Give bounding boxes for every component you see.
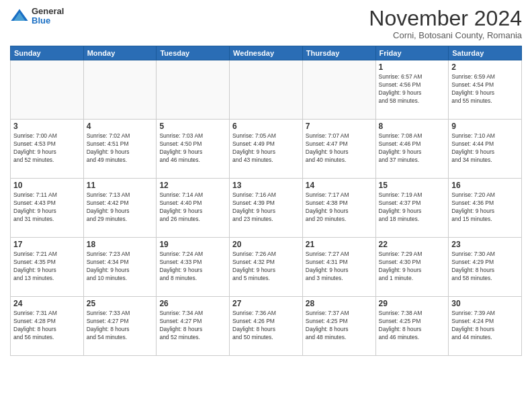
logo-blue-text: Blue [32, 16, 64, 26]
logo-icon [10, 7, 29, 26]
day-info: Sunrise: 7:33 AM Sunset: 4:27 PM Dayligh… [87, 310, 154, 342]
month-title: November 2024 [369, 7, 522, 30]
calendar-day-cell: 15Sunrise: 7:19 AM Sunset: 4:37 PM Dayli… [375, 179, 449, 238]
calendar-day-cell [230, 60, 303, 120]
day-info: Sunrise: 7:29 AM Sunset: 4:30 PM Dayligh… [379, 250, 446, 283]
day-info: Sunrise: 7:11 AM Sunset: 4:43 PM Dayligh… [13, 191, 81, 224]
day-number: 23 [451, 240, 519, 249]
calendar-week-row: 10Sunrise: 7:11 AM Sunset: 4:43 PM Dayli… [11, 179, 522, 238]
calendar-day-cell [157, 60, 230, 120]
calendar-day-cell [11, 60, 84, 120]
day-number: 8 [379, 122, 446, 131]
calendar: SundayMondayTuesdayWednesdayThursdayFrid… [10, 46, 522, 356]
day-number: 1 [379, 62, 446, 72]
day-info: Sunrise: 7:30 AM Sunset: 4:29 PM Dayligh… [451, 250, 519, 283]
day-number: 6 [232, 122, 300, 131]
calendar-header-cell: Saturday [449, 46, 522, 60]
day-number: 5 [159, 122, 226, 131]
title-area: November 2024 Corni, Botosani County, Ro… [369, 7, 522, 40]
day-info: Sunrise: 6:57 AM Sunset: 4:56 PM Dayligh… [379, 73, 446, 105]
page: General Blue November 2024 Corni, Botosa… [0, 0, 532, 411]
calendar-day-cell: 18Sunrise: 7:23 AM Sunset: 4:34 PM Dayli… [83, 238, 157, 297]
calendar-day-cell: 13Sunrise: 7:16 AM Sunset: 4:39 PM Dayli… [230, 179, 303, 238]
day-info: Sunrise: 7:20 AM Sunset: 4:36 PM Dayligh… [451, 191, 519, 224]
day-info: Sunrise: 7:19 AM Sunset: 4:37 PM Dayligh… [379, 191, 446, 224]
calendar-day-cell: 9Sunrise: 7:10 AM Sunset: 4:44 PM Daylig… [449, 120, 522, 179]
day-number: 22 [379, 240, 446, 249]
day-info: Sunrise: 7:39 AM Sunset: 4:24 PM Dayligh… [451, 310, 519, 342]
calendar-day-cell: 5Sunrise: 7:03 AM Sunset: 4:50 PM Daylig… [157, 120, 230, 179]
day-info: Sunrise: 6:59 AM Sunset: 4:54 PM Dayligh… [451, 73, 519, 105]
calendar-week-row: 3Sunrise: 7:00 AM Sunset: 4:53 PM Daylig… [11, 120, 522, 179]
calendar-header-cell: Wednesday [230, 46, 303, 60]
calendar-day-cell: 10Sunrise: 7:11 AM Sunset: 4:43 PM Dayli… [11, 179, 84, 238]
day-number: 20 [232, 240, 300, 249]
day-info: Sunrise: 7:38 AM Sunset: 4:25 PM Dayligh… [379, 310, 446, 342]
day-info: Sunrise: 7:26 AM Sunset: 4:32 PM Dayligh… [232, 250, 300, 283]
day-number: 19 [159, 240, 226, 249]
calendar-day-cell: 14Sunrise: 7:17 AM Sunset: 4:38 PM Dayli… [302, 179, 375, 238]
calendar-header-cell: Sunday [11, 46, 84, 60]
header: General Blue November 2024 Corni, Botosa… [10, 7, 522, 40]
day-number: 12 [159, 181, 226, 190]
calendar-week-row: 17Sunrise: 7:21 AM Sunset: 4:35 PM Dayli… [11, 238, 522, 297]
day-info: Sunrise: 7:07 AM Sunset: 4:47 PM Dayligh… [306, 132, 373, 165]
calendar-week-row: 24Sunrise: 7:31 AM Sunset: 4:28 PM Dayli… [11, 297, 522, 356]
calendar-header-cell: Monday [83, 46, 157, 60]
day-info: Sunrise: 7:27 AM Sunset: 4:31 PM Dayligh… [306, 250, 373, 283]
day-number: 2 [451, 62, 519, 72]
day-number: 29 [379, 299, 446, 308]
day-info: Sunrise: 7:21 AM Sunset: 4:35 PM Dayligh… [13, 250, 81, 283]
calendar-day-cell: 26Sunrise: 7:34 AM Sunset: 4:27 PM Dayli… [157, 297, 230, 356]
calendar-day-cell: 21Sunrise: 7:27 AM Sunset: 4:31 PM Dayli… [302, 238, 375, 297]
day-number: 3 [13, 122, 81, 131]
day-number: 7 [306, 122, 373, 131]
calendar-day-cell: 8Sunrise: 7:08 AM Sunset: 4:46 PM Daylig… [375, 120, 449, 179]
day-info: Sunrise: 7:10 AM Sunset: 4:44 PM Dayligh… [451, 132, 519, 165]
day-number: 16 [451, 181, 519, 190]
calendar-day-cell: 6Sunrise: 7:05 AM Sunset: 4:49 PM Daylig… [230, 120, 303, 179]
calendar-day-cell: 11Sunrise: 7:13 AM Sunset: 4:42 PM Dayli… [83, 179, 157, 238]
calendar-day-cell: 25Sunrise: 7:33 AM Sunset: 4:27 PM Dayli… [83, 297, 157, 356]
calendar-day-cell: 17Sunrise: 7:21 AM Sunset: 4:35 PM Dayli… [11, 238, 84, 297]
day-info: Sunrise: 7:37 AM Sunset: 4:25 PM Dayligh… [306, 310, 373, 342]
day-number: 9 [451, 122, 519, 131]
day-info: Sunrise: 7:05 AM Sunset: 4:49 PM Dayligh… [232, 132, 300, 165]
day-info: Sunrise: 7:00 AM Sunset: 4:53 PM Dayligh… [13, 132, 81, 165]
day-info: Sunrise: 7:23 AM Sunset: 4:34 PM Dayligh… [87, 250, 154, 283]
calendar-day-cell: 30Sunrise: 7:39 AM Sunset: 4:24 PM Dayli… [449, 297, 522, 356]
calendar-day-cell: 24Sunrise: 7:31 AM Sunset: 4:28 PM Dayli… [11, 297, 84, 356]
calendar-day-cell: 27Sunrise: 7:36 AM Sunset: 4:26 PM Dayli… [230, 297, 303, 356]
calendar-header-cell: Thursday [302, 46, 375, 60]
calendar-week-row: 1Sunrise: 6:57 AM Sunset: 4:56 PM Daylig… [11, 60, 522, 120]
calendar-day-cell: 19Sunrise: 7:24 AM Sunset: 4:33 PM Dayli… [157, 238, 230, 297]
day-info: Sunrise: 7:34 AM Sunset: 4:27 PM Dayligh… [159, 310, 226, 342]
day-number: 14 [306, 181, 373, 190]
location: Corni, Botosani County, Romania [369, 30, 522, 40]
calendar-day-cell: 23Sunrise: 7:30 AM Sunset: 4:29 PM Dayli… [449, 238, 522, 297]
calendar-day-cell: 7Sunrise: 7:07 AM Sunset: 4:47 PM Daylig… [302, 120, 375, 179]
day-number: 30 [451, 299, 519, 308]
calendar-day-cell: 3Sunrise: 7:00 AM Sunset: 4:53 PM Daylig… [11, 120, 84, 179]
day-number: 4 [87, 122, 154, 131]
day-info: Sunrise: 7:36 AM Sunset: 4:26 PM Dayligh… [232, 310, 300, 342]
calendar-day-cell [83, 60, 157, 120]
day-number: 28 [306, 299, 373, 308]
day-info: Sunrise: 7:24 AM Sunset: 4:33 PM Dayligh… [159, 250, 226, 283]
logo: General Blue [10, 7, 64, 26]
day-info: Sunrise: 7:08 AM Sunset: 4:46 PM Dayligh… [379, 132, 446, 165]
calendar-day-cell: 12Sunrise: 7:14 AM Sunset: 4:40 PM Dayli… [157, 179, 230, 238]
day-number: 26 [159, 299, 226, 308]
logo-text: General Blue [32, 7, 64, 26]
day-info: Sunrise: 7:13 AM Sunset: 4:42 PM Dayligh… [87, 191, 154, 224]
day-info: Sunrise: 7:03 AM Sunset: 4:50 PM Dayligh… [159, 132, 226, 165]
calendar-day-cell: 29Sunrise: 7:38 AM Sunset: 4:25 PM Dayli… [375, 297, 449, 356]
calendar-day-cell: 1Sunrise: 6:57 AM Sunset: 4:56 PM Daylig… [375, 60, 449, 120]
day-number: 10 [13, 181, 81, 190]
calendar-day-cell: 20Sunrise: 7:26 AM Sunset: 4:32 PM Dayli… [230, 238, 303, 297]
day-number: 17 [13, 240, 81, 249]
day-info: Sunrise: 7:14 AM Sunset: 4:40 PM Dayligh… [159, 191, 226, 224]
day-number: 24 [13, 299, 81, 308]
calendar-header-cell: Friday [375, 46, 449, 60]
day-number: 25 [87, 299, 154, 308]
